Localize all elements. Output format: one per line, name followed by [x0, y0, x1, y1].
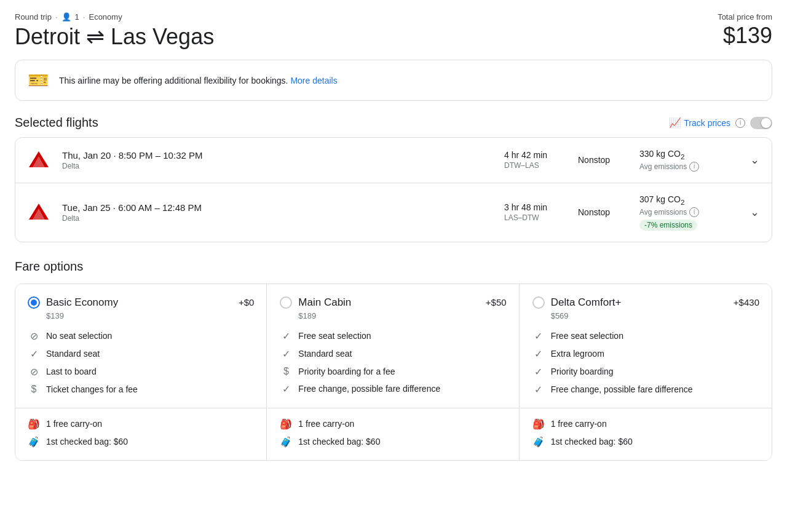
route-title: Detroit ⇌ Las Vegas	[15, 24, 214, 50]
flight-outbound-duration: 4 hr 42 min	[504, 150, 566, 160]
carry-on-icon: 🎒	[280, 418, 292, 430]
fare-main-header: Main Cabin +$50	[280, 296, 506, 309]
fare-basic-baggage: 🎒 1 free carry-on 🧳 1st checked bag: $60	[28, 418, 254, 448]
fare-comfort-name: Delta Comfort+	[551, 296, 622, 309]
dollar-icon: $	[28, 384, 40, 395]
fare-bag-item: 🧳 1st checked bag: $60	[28, 436, 254, 448]
total-price-label: Total price from	[718, 12, 772, 22]
flight-return-expand-icon[interactable]: ⌄	[750, 205, 759, 219]
track-prices-info-icon[interactable]: i	[735, 118, 745, 128]
fare-basic-base-price: $139	[46, 311, 254, 320]
flight-outbound-emissions-label: Avg emissions i	[639, 162, 738, 172]
fare-main-base-price: $189	[298, 311, 506, 320]
flight-return-co2: 307 kg CO2	[639, 194, 738, 206]
fare-basic-features: ⊘ No seat selection ✓ Standard seat ⊘ La…	[28, 330, 254, 395]
emissions-info-icon-2[interactable]: i	[689, 207, 699, 217]
fare-options-container: Basic Economy +$0 $139 ⊘ No seat selecti…	[15, 284, 772, 461]
fare-feature: ✓ Priority boarding	[532, 366, 759, 378]
check-icon: ✓	[532, 348, 545, 360]
flight-return-info: Tue, Jan 25 · 6:00 AM – 12:48 PM Delta	[62, 202, 492, 223]
fare-main-radio[interactable]	[280, 296, 292, 309]
fare-comfort-header: Delta Comfort+ +$430	[532, 296, 759, 309]
route-arrow: ⇌	[86, 24, 105, 50]
flight-return-stops: Nonstop	[578, 207, 627, 217]
page-header: Round trip · 👤 1 · Economy Detroit ⇌ Las…	[15, 12, 772, 50]
header-left: Round trip · 👤 1 · Economy Detroit ⇌ Las…	[15, 12, 214, 50]
last-to-board-text: Last to board	[46, 367, 97, 376]
flight-outbound-expand-icon[interactable]: ⌄	[750, 153, 759, 167]
flight-return-date: Tue, Jan 25	[62, 202, 111, 213]
fare-basic-header: Basic Economy +$0	[28, 296, 254, 309]
dollar-icon: $	[280, 366, 292, 377]
fare-basic-title-row: Basic Economy	[28, 296, 118, 309]
check-icon: ✓	[532, 384, 545, 395]
flexibility-icon: 🎫	[28, 70, 49, 90]
flexibility-text: This airline may be offering additional …	[59, 76, 338, 85]
fare-bag-item: 🎒 1 free carry-on	[532, 418, 759, 430]
fare-feature: $ Ticket changes for a fee	[28, 384, 254, 395]
fare-feature: ⊘ Last to board	[28, 366, 254, 378]
flight-row[interactable]: Thu, Jan 20 · 8:50 PM – 10:32 PM Delta 4…	[15, 138, 772, 183]
check-icon: ✓	[532, 366, 545, 378]
emissions-info-icon[interactable]: i	[689, 162, 699, 172]
fare-feature: ✓ Standard seat	[28, 348, 254, 360]
check-icon: ✓	[532, 330, 545, 342]
fare-bag-item: 🎒 1 free carry-on	[280, 418, 506, 430]
checked-bag-icon: 🧳	[280, 436, 292, 448]
no-icon: ⊘	[28, 330, 40, 342]
flight-outbound-duration-block: 4 hr 42 min DTW–LAS	[504, 150, 566, 170]
flight-return-times: 6:00 AM – 12:48 PM	[118, 202, 202, 213]
flight-return-duration-block: 3 hr 48 min LAS–DTW	[504, 202, 566, 222]
flight-row[interactable]: Tue, Jan 25 · 6:00 AM – 12:48 PM Delta 3…	[15, 183, 772, 242]
fare-comfort-addon: +$430	[734, 297, 759, 308]
fare-main-title-row: Main Cabin	[280, 296, 351, 309]
selected-flights-header: Selected flights 📈 Track prices i	[15, 116, 772, 130]
trip-type: Round trip	[15, 12, 52, 22]
fare-main-name: Main Cabin	[298, 296, 351, 309]
origin-city: Detroit	[15, 24, 80, 50]
fare-feature: ✓ Free change, possible fare difference	[532, 384, 759, 395]
fare-main-baggage: 🎒 1 free carry-on 🧳 1st checked bag: $60	[280, 418, 506, 448]
selected-flights-container: Thu, Jan 20 · 8:50 PM – 10:32 PM Delta 4…	[15, 137, 772, 242]
selected-flights-title: Selected flights	[15, 116, 98, 130]
check-icon: ✓	[280, 330, 292, 342]
flight-outbound-co2: 330 kg CO2	[639, 149, 738, 161]
emissions-badge: -7% emissions	[639, 220, 697, 231]
flight-outbound-route: DTW–LAS	[504, 161, 566, 170]
more-details-link[interactable]: More details	[290, 76, 337, 85]
flight-return-duration: 3 hr 48 min	[504, 202, 566, 212]
fare-divider	[15, 408, 266, 408]
fare-card-delta-comfort-plus[interactable]: Delta Comfort+ +$430 $569 ✓ Free seat se…	[520, 284, 772, 460]
passengers: 1	[75, 12, 79, 22]
checked-bag-icon: 🧳	[532, 436, 545, 448]
fare-main-features: ✓ Free seat selection ✓ Standard seat $ …	[280, 330, 506, 395]
flight-return-datetime: Tue, Jan 25 · 6:00 AM – 12:48 PM	[62, 202, 492, 213]
fare-card-main-cabin[interactable]: Main Cabin +$50 $189 ✓ Free seat selecti…	[267, 284, 519, 460]
fare-options-title: Fare options	[15, 260, 772, 274]
fare-comfort-features: ✓ Free seat selection ✓ Extra legroom ✓ …	[532, 330, 759, 395]
fare-comfort-radio[interactable]	[532, 296, 545, 309]
fare-comfort-title-row: Delta Comfort+	[532, 296, 622, 309]
fare-feature: ✓ Free seat selection	[280, 330, 506, 342]
destination-city: Las Vegas	[111, 24, 214, 50]
fare-feature: ⊘ No seat selection	[28, 330, 254, 342]
fare-basic-addon: +$0	[239, 297, 254, 308]
fare-card-basic-economy[interactable]: Basic Economy +$0 $139 ⊘ No seat selecti…	[15, 284, 267, 460]
fare-comfort-baggage: 🎒 1 free carry-on 🧳 1st checked bag: $60	[532, 418, 759, 448]
fare-feature: ✓ Standard seat	[280, 348, 506, 360]
total-price-value: $139	[718, 23, 772, 49]
flight-outbound-stops: Nonstop	[578, 155, 627, 165]
fare-basic-radio[interactable]	[28, 296, 40, 309]
fare-divider	[520, 408, 772, 408]
passenger-icon: 👤	[61, 12, 71, 22]
check-icon: ✓	[280, 348, 292, 360]
track-prices-link[interactable]: 📈 Track prices	[669, 117, 730, 129]
check-icon: ✓	[280, 383, 292, 395]
carry-on-icon: 🎒	[532, 418, 545, 430]
flight-outbound-emissions: 330 kg CO2 Avg emissions i	[639, 149, 738, 172]
fare-divider	[267, 408, 518, 408]
flight-return-emissions: 307 kg CO2 Avg emissions i -7% emissions	[639, 194, 738, 231]
track-prices-area: 📈 Track prices i	[669, 117, 772, 129]
flight-outbound-date: Thu, Jan 20	[62, 150, 111, 161]
track-prices-toggle[interactable]	[750, 117, 772, 129]
